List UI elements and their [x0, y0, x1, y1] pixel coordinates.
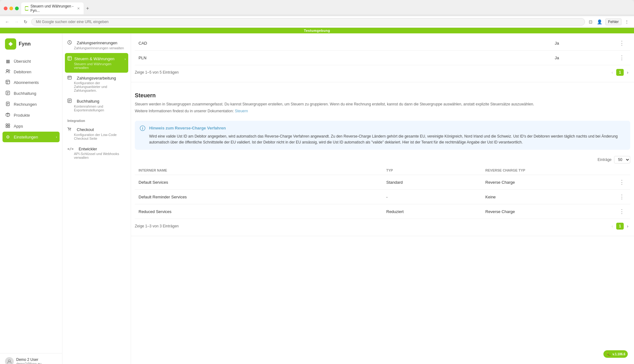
currencies-page-1-button[interactable]: 1 [616, 69, 624, 76]
active-tab[interactable]: Steuern und Währungen - Fyn... ✕ [21, 2, 84, 14]
steuern-pagination-controls: ‹ 1 › [610, 223, 630, 230]
currency-pln-menu-button[interactable]: ⋮ [617, 54, 627, 62]
steuer-reduced-services-menu-button[interactable]: ⋮ [617, 207, 627, 216]
menu-button[interactable]: ⋮ [623, 19, 630, 25]
einstellungen-icon: ⚙ [5, 134, 11, 139]
buchhaltung-settings-icon [67, 99, 72, 104]
back-button[interactable]: ← [4, 19, 11, 25]
col-header-typ: TYP [383, 166, 482, 175]
sidebar-item-label: Rechnungen [14, 102, 37, 107]
reload-button[interactable]: ↻ [22, 19, 29, 25]
steuer-default-services-menu-button[interactable]: ⋮ [617, 178, 627, 186]
sidebar-item-buchhaltung[interactable]: Buchhaltung [0, 88, 62, 99]
sidebar-item-label: Übersicht [14, 59, 31, 64]
browser-chrome: Steuern und Währungen - Fyn... ✕ + [0, 0, 634, 14]
table-row: CAD Ja ⋮ [135, 36, 630, 51]
currencies-next-page-button[interactable]: › [625, 69, 630, 76]
steuer-default-reminder-menu-button[interactable]: ⋮ [617, 193, 627, 201]
sub-nav-title-buchhaltung: Buchhaltung [77, 99, 99, 104]
einstellungen-chevron-icon: › [56, 135, 57, 139]
maximize-button[interactable] [15, 7, 19, 10]
steuern-doc-row: Weitere Informationen findest du in unse… [135, 109, 630, 113]
steuern-desc-text: Steuern werden in Steuergruppen zusammen… [135, 102, 534, 106]
steuern-doc-text: Weitere Informationen findest du in unse… [135, 109, 234, 113]
sub-nav-desc-steuern: Steuern und Währungen verwalten [74, 62, 126, 70]
svg-rect-19 [6, 126, 7, 128]
rechnungen-icon [5, 102, 11, 107]
error-button[interactable]: Fehler [605, 18, 622, 25]
tab-close-button[interactable]: ✕ [77, 7, 80, 11]
entries-select[interactable]: 50 [614, 156, 630, 163]
sidebar-item-rechnungen[interactable]: Rechnungen [0, 99, 62, 110]
steuern-header: Steuern Steuern werden in Steuergruppen … [131, 87, 634, 117]
test-banner-text: Testumgebung [304, 29, 330, 32]
minimize-button[interactable] [9, 7, 13, 10]
steuer-rc-typ-default-services: Reverse Charge [482, 175, 581, 190]
main-content: CAD Ja ⋮ PLN Ja ⋮ Zeige 1–5 von 5 Einträ… [131, 33, 634, 364]
currency-name-pln: PLN [135, 51, 551, 65]
steuern-page-1-button[interactable]: 1 [616, 223, 624, 230]
steuern-pagination: Zeige 1–3 von 3 Einträgen ‹ 1 › [131, 219, 634, 231]
forward-button[interactable]: → [13, 19, 20, 25]
user-email: demo2@fynn.eu [16, 362, 41, 364]
logo-icon [5, 38, 16, 50]
steuern-doc-link[interactable]: Steuern [235, 109, 248, 113]
user-details: Demo 2 User demo2@fynn.eu [16, 357, 41, 364]
sub-nav-title-zahlungserinnerungen: Zahlungserinnerungen [77, 41, 117, 45]
currency-standard-pln: Ja [551, 51, 613, 65]
currencies-pagination: Zeige 1–5 von 5 Einträgen ‹ 1 › [131, 65, 634, 77]
sidebar-item-produkte[interactable]: Produkte [0, 110, 62, 121]
sidebar-item-apps[interactable]: Apps [0, 121, 62, 132]
close-button[interactable] [4, 7, 7, 10]
sub-nav-item-buchhaltung-settings[interactable]: Buchhaltung Kontenrahmen und Exporteinst… [62, 95, 131, 115]
new-tab-button[interactable]: + [85, 6, 90, 11]
svg-rect-20 [8, 126, 10, 128]
svg-point-2 [6, 70, 8, 71]
sub-nav-title-checkout: Checkout [77, 127, 94, 132]
steuer-typ-default-reminder: - [383, 190, 482, 204]
steuern-next-page-button[interactable]: › [625, 223, 630, 230]
sub-nav-item-zahlungserinnerungen[interactable]: Zahlungserinnerungen Zahlungserinnerunge… [62, 37, 131, 53]
steuern-prev-page-button[interactable]: ‹ [610, 223, 615, 230]
account-button[interactable]: 👤 [596, 19, 603, 25]
app-container: Fynn ▦ Übersicht Debitoren Abonnements [0, 33, 634, 364]
sidebar-bottom: Demo 2 User demo2@fynn.eu [0, 353, 62, 364]
url-bar[interactable] [31, 18, 585, 26]
col-header-reverse-charge-typ: REVERSE CHARGE TYP [482, 166, 581, 175]
logo-text: Fynn [19, 41, 31, 47]
table-row: Reduced Services Reduziert Reverse Charg… [135, 204, 630, 219]
sidebar-item-abonnements[interactable]: Abonnements [0, 77, 62, 88]
screen-cast-button[interactable]: ⊡ [588, 19, 594, 25]
sub-nav-title-entwickler: Entwickler [79, 147, 97, 151]
steuern-icon [67, 56, 72, 61]
sub-nav-desc-zahlungserinnerungen: Zahlungserinnerungen verwalten [74, 46, 126, 50]
sidebar-item-debitoren[interactable]: Debitoren [0, 66, 62, 77]
sidebar-item-uebersicht[interactable]: ▦ Übersicht [0, 56, 62, 66]
sub-nav-item-entwickler[interactable]: </> Entwickler API-Schlüssel und Webhook… [62, 143, 131, 163]
reverse-charge-info-box: Hinweis zum Reverse-Charge Verfahren Wir… [135, 121, 630, 150]
nav-right-controls: ⊡ 👤 Fehler ⋮ [588, 18, 630, 25]
sidebar-item-label: Einstellungen [14, 135, 38, 139]
steuern-chevron-icon: › [124, 57, 126, 61]
integration-section-title: Integration [62, 115, 131, 124]
checkout-icon [67, 127, 72, 132]
sidebar-item-einstellungen[interactable]: ⚙ Einstellungen › [2, 132, 60, 142]
entries-label: Einträge [597, 158, 612, 162]
currencies-prev-page-button[interactable]: ‹ [610, 69, 615, 76]
svg-rect-18 [8, 124, 10, 125]
svg-point-33 [69, 130, 69, 131]
sub-nav-item-steuern-waehrungen[interactable]: Steuern & Währungen › Steuern und Währun… [65, 53, 128, 73]
debitoren-icon [5, 69, 11, 74]
sub-nav-item-zahlungsverarbeitung[interactable]: Zahlungsverarbeitung Konfiguration der Z… [62, 73, 131, 95]
user-info[interactable]: Demo 2 User demo2@fynn.eu [5, 357, 57, 364]
uebersicht-icon: ▦ [5, 59, 11, 64]
steuern-table: INTERNER NAME TYP REVERSE CHARGE TYP Def… [135, 166, 630, 219]
currency-cad-menu-button[interactable]: ⋮ [617, 39, 627, 47]
user-name: Demo 2 User [16, 357, 41, 362]
table-row: Default Services Standard Reverse Charge… [135, 175, 630, 190]
entries-row: Einträge 50 [131, 153, 634, 166]
sub-nav-title-steuern: Steuern & Währungen [74, 56, 115, 61]
steuer-typ-default-services: Standard [383, 175, 482, 190]
sub-nav-item-checkout[interactable]: Checkout Konfiguration der Low-Code Chec… [62, 124, 131, 143]
svg-rect-0 [25, 7, 28, 10]
